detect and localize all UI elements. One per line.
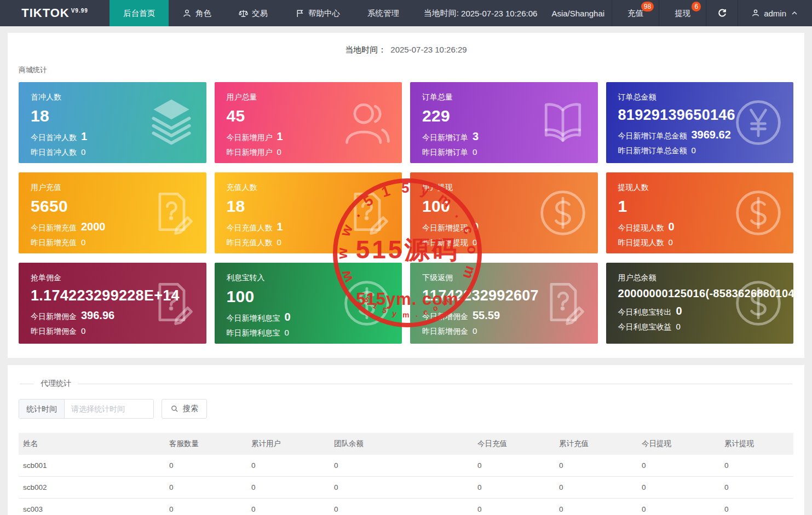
card-yesterday-value: 0 xyxy=(277,238,281,247)
user-icon xyxy=(182,9,192,18)
username: admin xyxy=(764,9,786,18)
card-today-label: 今日充值人数 xyxy=(227,223,273,233)
card-yesterday-value: 0 xyxy=(277,147,281,157)
value-cell: 0 xyxy=(473,477,555,499)
card-today-value: 1 xyxy=(81,130,87,143)
card-yesterday-value: 0 xyxy=(473,147,477,157)
card-yesterday-label: 昨日新增充值 xyxy=(31,238,77,248)
nav-tab-system[interactable]: 系统管理 xyxy=(354,0,413,26)
layers-icon xyxy=(145,96,198,149)
document-edit-icon xyxy=(341,187,393,239)
table-row: scb0020000000 xyxy=(19,477,793,499)
card-yesterday-value: 0 xyxy=(473,238,477,247)
card-yesterday-value: 0 xyxy=(81,238,85,247)
card-today-value: 55.59 xyxy=(473,309,500,322)
value-cell: 0 xyxy=(720,477,793,499)
card-today-label: 今日提现人数 xyxy=(618,223,664,233)
card-today-value: 3969.62 xyxy=(692,129,731,141)
card-yesterday-label: 昨日新增佣金 xyxy=(422,327,468,337)
shop-statistics-panel: 当地时间：2025-07-23 10:26:29 商城统计 首冲人数18今日首冲… xyxy=(8,33,804,358)
section-title: 商城统计 xyxy=(19,65,793,75)
column-header: 客服数量 xyxy=(165,433,247,455)
card-today-label: 今日新增用户 xyxy=(227,133,273,143)
card-today-value: 396.96 xyxy=(81,309,114,322)
value-cell: 0 xyxy=(637,455,720,477)
recharge-button[interactable]: 充值 98 xyxy=(612,0,659,26)
user-menu[interactable]: admin xyxy=(738,0,812,26)
app-logo: TIKTOKV9.99 xyxy=(0,0,110,26)
card-yesterday-label: 昨日新增提现 xyxy=(422,238,468,248)
card-yesterday-label: 昨日首冲人数 xyxy=(31,148,77,158)
card-today-label: 今日首冲人数 xyxy=(31,133,77,143)
card-today-value: 1 xyxy=(277,130,283,143)
value-cell: 0 xyxy=(165,499,247,515)
card-today-label: 今日新增佣金 xyxy=(422,312,468,322)
value-cell: 0 xyxy=(473,499,555,515)
withdraw-button[interactable]: 提现 6 xyxy=(659,0,706,26)
agent-search-row: 统计时间 搜索 xyxy=(19,399,793,419)
nav-tab-roles[interactable]: 角色 xyxy=(169,0,225,26)
dollar-circle-icon xyxy=(732,187,785,239)
value-cell: 0 xyxy=(720,499,793,515)
card-today-label: 今日新增订单总金额 xyxy=(618,131,687,141)
agent-statistics-panel: 代理统计 统计时间 搜索 姓名客服数量累计用户团队余额今日充值累计充值今日提现累… xyxy=(8,365,804,515)
document-edit-icon xyxy=(145,187,198,239)
card-yesterday-value: 0 xyxy=(692,146,696,155)
document-edit-icon xyxy=(145,277,198,329)
refresh-button[interactable] xyxy=(706,0,738,26)
navbar-right: 当地时间: 2025-07-23 10:26:06 Asia/Shanghai … xyxy=(417,0,812,26)
stat-time-input[interactable] xyxy=(65,400,153,418)
book-icon xyxy=(537,96,589,149)
card-today-value: 0 xyxy=(285,311,291,323)
card-yesterday-value: 0 xyxy=(285,328,289,337)
column-header: 姓名 xyxy=(19,433,165,455)
value-cell: 0 xyxy=(247,477,330,499)
card-today-label: 今日新增充值 xyxy=(31,223,77,233)
card-today-label: 今日新增佣金 xyxy=(31,312,77,322)
agent-name-cell: sc003 xyxy=(19,499,165,515)
column-header: 今日提现 xyxy=(637,433,720,455)
value-cell: 0 xyxy=(330,455,473,477)
card-today-value: 0 xyxy=(473,221,479,233)
card-yesterday-label: 今日利息宝收益 xyxy=(618,322,672,332)
value-cell: 0 xyxy=(555,477,637,499)
card-yesterday-label: 昨日新增利息宝 xyxy=(227,328,280,338)
recharge-badge: 98 xyxy=(641,2,654,11)
value-cell: 0 xyxy=(555,455,637,477)
card-today-label: 今日新增利息宝 xyxy=(227,314,280,323)
value-cell: 0 xyxy=(637,477,720,499)
agent-section-divider: 代理统计 xyxy=(20,384,792,384)
user-icon xyxy=(751,9,760,18)
column-header: 今日充值 xyxy=(473,433,555,455)
card-yesterday-label: 昨日提现人数 xyxy=(618,238,664,248)
card-yesterday-value: 0 xyxy=(81,147,85,157)
column-header: 累计充值 xyxy=(555,433,637,455)
search-button[interactable]: 搜索 xyxy=(162,399,207,419)
dollar-circle-icon xyxy=(732,277,785,329)
stat-card: 利息宝转入100今日新增利息宝0昨日新增利息宝0 xyxy=(215,263,402,344)
card-today-label: 今日新增提现 xyxy=(422,223,468,233)
navbar-local-time: 当地时间: 2025-07-23 10:26:06 xyxy=(417,0,545,26)
card-yesterday-label: 昨日新增佣金 xyxy=(31,327,77,337)
card-yesterday-label: 昨日充值人数 xyxy=(227,238,273,248)
agent-section-legend: 代理统计 xyxy=(34,379,78,389)
agent-table-header-row: 姓名客服数量累计用户团队余额今日充值累计充值今日提现累计提现 xyxy=(19,433,793,455)
column-header: 累计提现 xyxy=(720,433,793,455)
dollar-circle-icon xyxy=(537,187,589,239)
local-time-heading: 当地时间：2025-07-23 10:26:29 xyxy=(19,45,793,55)
navbar-timezone: Asia/Shanghai xyxy=(544,0,612,26)
card-today-label: 今日利息宝转出 xyxy=(618,308,672,317)
table-row: sc0030000000 xyxy=(19,499,793,515)
stat-card: 用户充值5650今日新增充值2000昨日新增充值0 xyxy=(19,172,206,253)
nav-tab-help-center[interactable]: 帮助中心 xyxy=(281,0,354,26)
nav-tab-dashboard[interactable]: 后台首页 xyxy=(110,0,169,26)
value-cell: 0 xyxy=(165,455,247,477)
yen-circle-icon xyxy=(732,96,785,149)
stat-cards-grid: 首冲人数18今日首冲人数1昨日首冲人数0用户总量45今日新增用户1昨日新增用户0… xyxy=(19,82,793,344)
nav-tab-trade[interactable]: 交易 xyxy=(225,0,281,26)
stat-card: 提现人数1今日提现人数0昨日提现人数0 xyxy=(606,172,794,253)
chevron-up-icon xyxy=(790,9,799,18)
card-today-value: 1 xyxy=(277,221,283,233)
card-yesterday-label: 昨日新增用户 xyxy=(227,148,273,158)
refresh-icon xyxy=(717,8,727,19)
